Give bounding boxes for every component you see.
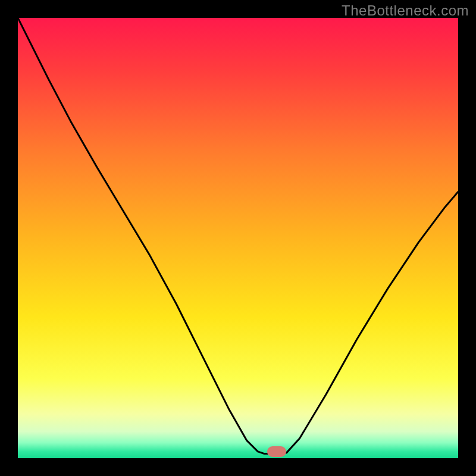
plot-area bbox=[18, 18, 458, 458]
watermark-text: TheBottleneck.com bbox=[342, 2, 469, 19]
chart-frame: TheBottleneck.com bbox=[0, 0, 476, 476]
optimal-point-marker bbox=[267, 446, 286, 457]
bottleneck-curve bbox=[18, 18, 458, 458]
